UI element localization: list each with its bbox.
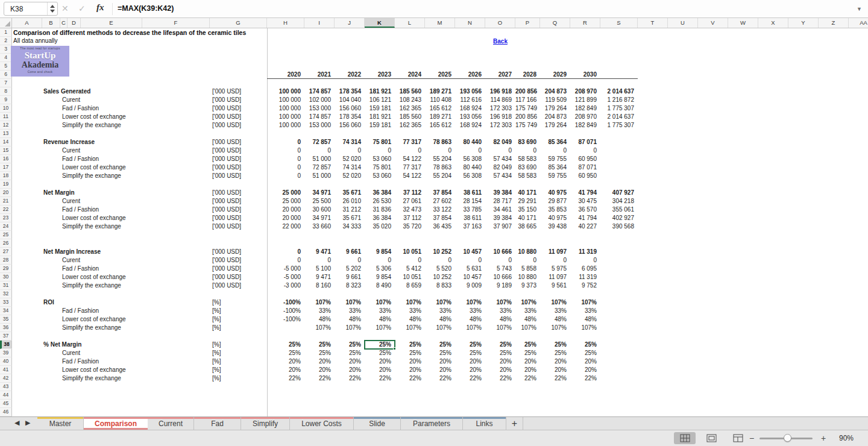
- cell[interactable]: 37 854: [425, 214, 455, 222]
- cell[interactable]: 25 000: [267, 197, 304, 206]
- add-sheet-button[interactable]: +: [506, 417, 523, 430]
- cell[interactable]: 355 061: [600, 206, 638, 214]
- row-header-31[interactable]: 31: [0, 281, 12, 290]
- cell[interactable]: 25%: [267, 341, 304, 349]
- cell[interactable]: 77 317: [395, 138, 425, 146]
- cell[interactable]: 83 690: [515, 163, 540, 172]
- cell[interactable]: 33%: [304, 307, 335, 315]
- cell[interactable]: 33 785: [455, 206, 485, 214]
- cell[interactable]: 22%: [395, 374, 425, 383]
- cell[interactable]: 33%: [515, 307, 540, 315]
- column-header-Q[interactable]: Q: [540, 18, 570, 28]
- column-header-Y[interactable]: Y: [788, 18, 819, 28]
- cell[interactable]: 0: [455, 146, 485, 155]
- cell[interactable]: 48%: [335, 315, 365, 324]
- cell[interactable]: 10 252: [425, 273, 455, 281]
- cell[interactable]: 390 568: [600, 222, 638, 231]
- cell[interactable]: 0: [570, 146, 600, 155]
- row-header-41[interactable]: 41: [0, 366, 12, 374]
- row-header-9[interactable]: 9: [0, 96, 12, 104]
- cell[interactable]: 9 009: [455, 281, 485, 290]
- cell[interactable]: 107%: [335, 298, 365, 307]
- cell[interactable]: 33 660: [304, 222, 335, 231]
- cell[interactable]: 10 880: [515, 273, 540, 281]
- cell[interactable]: 0: [267, 248, 304, 256]
- tab-lower-costs[interactable]: Lower Costs: [290, 417, 354, 430]
- cell[interactable]: 22 000: [267, 222, 304, 231]
- cell[interactable]: 41 794: [570, 214, 600, 222]
- cell[interactable]: 39 384: [485, 189, 515, 197]
- tab-parameters[interactable]: Parameters: [401, 417, 463, 430]
- cell[interactable]: 82 049: [485, 138, 515, 146]
- cell[interactable]: 60 950: [570, 172, 600, 180]
- cell[interactable]: 40 171: [515, 189, 540, 197]
- cell[interactable]: 48%: [540, 315, 570, 324]
- cell[interactable]: 20%: [425, 366, 455, 374]
- cell[interactable]: 20%: [425, 357, 455, 366]
- cell[interactable]: 20%: [455, 357, 485, 366]
- cell[interactable]: 178 354: [335, 113, 365, 121]
- cell[interactable]: 304 218: [600, 197, 638, 206]
- cell[interactable]: 20%: [540, 366, 570, 374]
- cell[interactable]: 20%: [570, 357, 600, 366]
- cell[interactable]: 178 354: [335, 87, 365, 96]
- cell[interactable]: 53 060: [365, 155, 395, 163]
- column-header-K[interactable]: K: [365, 18, 395, 28]
- cell[interactable]: -5 000: [267, 265, 304, 273]
- cell[interactable]: 74 314: [335, 138, 365, 146]
- cell[interactable]: 0: [570, 256, 600, 265]
- row-header-34[interactable]: 34: [0, 307, 12, 315]
- row-header-18[interactable]: 18: [0, 172, 12, 180]
- cell[interactable]: 107%: [365, 324, 395, 332]
- cell[interactable]: 22%: [304, 374, 335, 383]
- cell[interactable]: 0: [540, 146, 570, 155]
- cell[interactable]: 11 319: [570, 248, 600, 256]
- column-header-O[interactable]: O: [485, 18, 515, 28]
- cell[interactable]: 25%: [425, 341, 455, 349]
- cell[interactable]: 20%: [515, 366, 540, 374]
- column-header-T[interactable]: T: [638, 18, 668, 28]
- cell[interactable]: 36 570: [570, 206, 600, 214]
- cell[interactable]: 28 717: [485, 197, 515, 206]
- cell[interactable]: 9 561: [540, 281, 570, 290]
- cell[interactable]: 74 314: [335, 163, 365, 172]
- cell[interactable]: 36 384: [365, 214, 395, 222]
- column-header-D[interactable]: D: [68, 18, 81, 28]
- cell[interactable]: 75 801: [365, 163, 395, 172]
- cell[interactable]: 22%: [267, 374, 304, 383]
- cell[interactable]: 87 071: [570, 138, 600, 146]
- row-header-40[interactable]: 40: [0, 357, 12, 366]
- cell[interactable]: 182 849: [570, 104, 600, 113]
- page-break-view-icon[interactable]: [727, 432, 749, 444]
- row-header-14[interactable]: 14: [0, 138, 12, 146]
- cell[interactable]: 22%: [515, 374, 540, 383]
- cell[interactable]: 100 000: [267, 87, 304, 96]
- cell[interactable]: 25 500: [304, 197, 335, 206]
- cell[interactable]: 165 612: [425, 104, 455, 113]
- cell[interactable]: 5 975: [540, 265, 570, 273]
- cell[interactable]: 33%: [485, 307, 515, 315]
- cell[interactable]: 0: [455, 256, 485, 265]
- cell[interactable]: 20%: [570, 366, 600, 374]
- cell[interactable]: 107%: [515, 324, 540, 332]
- cell[interactable]: 8 659: [395, 281, 425, 290]
- row-header-3[interactable]: 3: [0, 45, 12, 54]
- cell[interactable]: 11 319: [570, 273, 600, 281]
- row-header-13[interactable]: 13: [0, 130, 12, 138]
- cell[interactable]: 0: [267, 256, 304, 265]
- cell[interactable]: 48%: [455, 315, 485, 324]
- row-header-23[interactable]: 23: [0, 214, 12, 222]
- cell[interactable]: 10 051: [395, 248, 425, 256]
- select-all-corner[interactable]: [0, 18, 12, 28]
- cell[interactable]: 25%: [515, 349, 540, 357]
- cell[interactable]: 200 856: [515, 113, 540, 121]
- cell[interactable]: 30 475: [570, 197, 600, 206]
- cell[interactable]: 33%: [395, 307, 425, 315]
- cell[interactable]: 107%: [515, 298, 540, 307]
- cell[interactable]: 10 880: [515, 248, 540, 256]
- cell[interactable]: 22%: [485, 374, 515, 383]
- cell[interactable]: 20%: [455, 366, 485, 374]
- cell[interactable]: 39 384: [485, 214, 515, 222]
- cell[interactable]: 2 014 637: [600, 87, 638, 96]
- cell[interactable]: 25%: [515, 341, 540, 349]
